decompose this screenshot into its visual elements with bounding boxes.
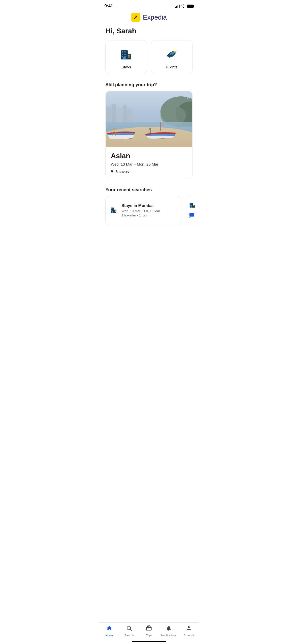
saves-count: 3 saves [116,169,129,174]
flights-icon [164,47,180,62]
svg-rect-44 [113,210,113,211]
status-icons [175,4,194,8]
svg-rect-55 [191,205,192,206]
svg-rect-47 [115,210,115,211]
svg-rect-62 [191,215,192,215]
flights-label: Flights [166,65,177,69]
recent-search-details: 1 traveller • 1 room [121,213,160,217]
svg-rect-46 [114,210,116,213]
partial-building-icon [189,201,196,210]
svg-rect-59 [194,205,195,206]
stays-icon [119,47,134,62]
svg-rect-45 [112,211,113,213]
trip-saves: ♥ 3 saves [111,169,187,174]
greeting-text: Hi, Sarah [99,26,199,40]
svg-rect-13 [129,56,130,57]
stays-card[interactable]: Stays [105,40,147,74]
trip-card-content: Asian Wed, 13 Mar – Mon, 25 Mar ♥ 3 save… [106,147,192,179]
recent-searches-row: Stays in Mumbai Wed, 13 Mar – Fri, 15 Ma… [99,196,199,251]
svg-rect-43 [111,210,112,211]
svg-rect-21 [123,105,127,124]
logo-icon [131,13,140,22]
category-cards: Stays Flights [99,40,199,81]
svg-rect-6 [122,56,123,57]
recent-search-dates: Wed, 13 Mar – Fri, 15 Mar [121,209,160,213]
planning-section-title: Still planning your trip? [99,81,199,91]
svg-rect-8 [123,57,125,59]
recent-info: Stays in Mumbai Wed, 13 Mar – Fri, 15 Ma… [121,203,160,218]
svg-rect-4 [122,54,123,55]
svg-point-37 [162,123,164,125]
svg-rect-54 [190,205,191,206]
heart-icon: ♥ [111,169,114,174]
recent-search-partial-card[interactable] [186,196,199,225]
recent-searches-title: Your recent searches [99,186,199,196]
svg-rect-2 [122,51,123,53]
trip-card-image: ☆ [106,91,192,147]
svg-rect-61 [191,214,193,214]
svg-rect-58 [193,205,194,206]
svg-rect-42 [113,208,113,209]
trip-card[interactable]: ☆ Asian Wed, 13 Mar – Mon, 25 Mar ♥ 3 sa… [105,91,193,179]
svg-rect-41 [111,208,112,209]
recent-building-icon [110,206,117,215]
svg-rect-9 [127,54,131,59]
flights-card[interactable]: Flights [151,40,193,74]
recent-search-title: Stays in Mumbai [121,203,160,208]
svg-rect-19 [112,104,116,124]
svg-rect-10 [128,55,129,56]
svg-rect-11 [129,55,130,56]
trip-dates: Wed, 13 Mar – Mon, 25 Mar [111,162,187,166]
svg-rect-60 [189,213,194,217]
stays-label: Stays [121,65,131,69]
logo-text: Expedia [143,13,167,21]
battery-icon [187,5,194,8]
svg-rect-48 [115,210,116,211]
svg-rect-57 [193,205,195,208]
svg-rect-49 [115,211,115,212]
svg-rect-5 [124,54,126,55]
svg-rect-50 [115,211,116,212]
svg-rect-53 [191,203,192,204]
svg-rect-3 [124,51,126,53]
svg-rect-56 [191,207,192,208]
status-bar: 9:41 [99,0,199,11]
svg-text:☆: ☆ [186,94,191,100]
trip-destination: Asian [111,152,187,160]
svg-rect-7 [124,56,126,57]
svg-point-29 [113,128,115,130]
app-header: Expedia [99,11,199,26]
status-time: 9:41 [104,4,113,9]
wifi-icon [181,4,186,8]
svg-rect-12 [128,56,129,57]
signal-icon [175,5,180,8]
svg-point-35 [149,128,151,130]
svg-rect-52 [190,203,191,204]
partial-chat-icon [189,212,196,220]
recent-search-card[interactable]: Stays in Mumbai Wed, 13 Mar – Fri, 15 Ma… [105,196,182,225]
svg-rect-18 [106,107,111,124]
